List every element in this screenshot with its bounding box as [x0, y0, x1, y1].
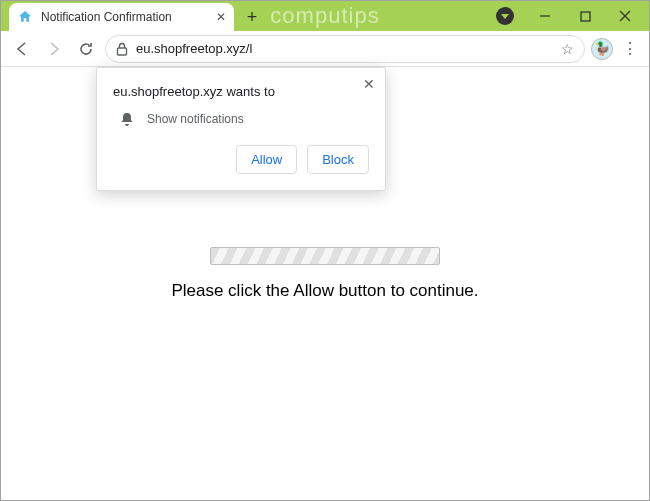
url-text: eu.shopfreetop.xyz/l: [136, 41, 553, 56]
allow-button[interactable]: Allow: [236, 145, 297, 174]
block-button[interactable]: Block: [307, 145, 369, 174]
permission-actions: Allow Block: [113, 145, 369, 174]
tab-close-icon[interactable]: ✕: [216, 11, 226, 23]
arrow-left-icon: [14, 41, 30, 57]
minimize-icon: [539, 10, 551, 22]
chevron-down-icon: [496, 7, 514, 25]
site-favicon-icon: [17, 9, 33, 25]
maximize-icon: [580, 11, 591, 22]
maximize-button[interactable]: [565, 1, 605, 31]
dialog-close-button[interactable]: ✕: [363, 76, 375, 92]
profile-avatar[interactable]: 🦆: [591, 38, 613, 60]
svg-rect-1: [581, 12, 590, 21]
watermark-text: computips: [270, 3, 379, 29]
close-window-button[interactable]: [605, 1, 645, 31]
new-tab-button[interactable]: +: [240, 5, 264, 29]
window-controls: [485, 1, 645, 31]
browser-toolbar: eu.shopfreetop.xyz/l ☆ 🦆 ⋮: [1, 31, 649, 67]
page-body: Please click the Allow button to continu…: [1, 247, 649, 301]
permission-origin-text: eu.shopfreetop.xyz wants to: [113, 84, 369, 99]
lock-icon: [116, 42, 128, 56]
arrow-right-icon: [46, 41, 62, 57]
loading-bar: [210, 247, 440, 265]
reload-icon: [78, 41, 94, 57]
page-instruction-text: Please click the Allow button to continu…: [171, 281, 478, 301]
permission-item: Show notifications: [119, 111, 369, 127]
notification-permission-dialog: ✕ eu.shopfreetop.xyz wants to Show notif…: [96, 67, 386, 191]
browser-menu-button[interactable]: ⋮: [619, 38, 641, 60]
window-titlebar: computips Notification Confirmation ✕ +: [1, 1, 649, 31]
permission-item-label: Show notifications: [147, 112, 244, 126]
forward-button[interactable]: [41, 36, 67, 62]
back-button[interactable]: [9, 36, 35, 62]
svg-rect-4: [118, 48, 127, 55]
address-bar[interactable]: eu.shopfreetop.xyz/l ☆: [105, 35, 585, 63]
close-icon: [619, 10, 631, 22]
page-content: ✕ eu.shopfreetop.xyz wants to Show notif…: [1, 67, 649, 500]
minimize-button[interactable]: [525, 1, 565, 31]
browser-tab[interactable]: Notification Confirmation ✕: [9, 3, 234, 31]
bookmark-star-icon[interactable]: ☆: [561, 41, 574, 57]
tab-title: Notification Confirmation: [41, 10, 172, 24]
reload-button[interactable]: [73, 36, 99, 62]
dropdown-button[interactable]: [485, 1, 525, 31]
bell-icon: [119, 111, 135, 127]
